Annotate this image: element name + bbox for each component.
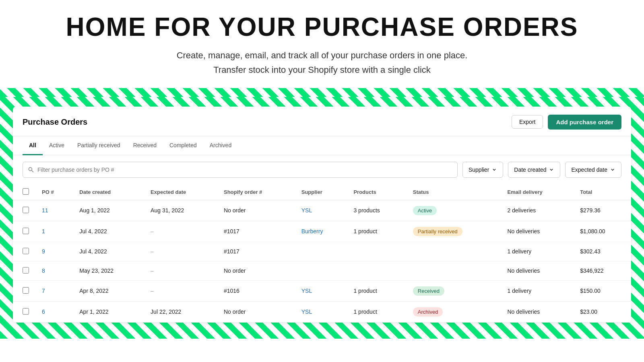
- status-cell: Active: [407, 200, 501, 221]
- col-products: Products: [347, 184, 406, 200]
- expected-date-filter-button[interactable]: Expected date: [565, 162, 621, 178]
- date-created-cell: May 23, 2022: [73, 261, 144, 280]
- tab-all[interactable]: All: [23, 136, 43, 155]
- po-number-link[interactable]: 7: [42, 288, 45, 294]
- chevron-down-icon: [610, 167, 615, 173]
- total-cell: $1,080.00: [574, 221, 631, 242]
- email-delivery-cell: No deliveries: [501, 261, 574, 280]
- status-badge: Partially received: [413, 227, 462, 236]
- filters-row: Supplier Date created Expected date: [13, 155, 631, 184]
- table-row: 7 Apr 8, 2022 – #1016 YSL 1 product Rece…: [13, 280, 631, 301]
- supplier-link[interactable]: YSL: [301, 288, 312, 294]
- expected-date-cell: –: [144, 221, 217, 242]
- chevron-down-icon: [549, 167, 554, 173]
- tab-received[interactable]: Received: [127, 136, 163, 155]
- table-wrapper: PO # Date created Expected date Shopify …: [13, 184, 631, 323]
- products-cell: 1 product: [347, 301, 406, 322]
- tab-archived[interactable]: Archived: [203, 136, 238, 155]
- card-header: Purchase Orders Export Add purchase orde…: [13, 107, 631, 136]
- status-cell: [407, 242, 501, 261]
- status-badge: Archived: [413, 307, 443, 317]
- col-expected-date: Expected date: [144, 184, 217, 200]
- status-cell: Archived: [407, 301, 501, 322]
- shopify-order-cell: No order: [217, 301, 295, 322]
- col-email-delivery: Email delivery: [501, 184, 574, 200]
- chevron-down-icon: [491, 167, 497, 173]
- hero-title: HOME FOR YOUR PURCHASE ORDERS: [8, 13, 636, 41]
- header-actions: Export Add purchase order: [512, 115, 621, 130]
- shopify-order-cell: #1017: [217, 242, 295, 261]
- status-cell: [407, 261, 501, 280]
- tab-active[interactable]: Active: [43, 136, 71, 155]
- hero-subtitle: Create, manage, email, and track all of …: [8, 48, 636, 76]
- po-number-link[interactable]: 11: [42, 207, 48, 214]
- products-cell: [347, 261, 406, 280]
- total-cell: $279.36: [574, 200, 631, 221]
- supplier-cell: [295, 242, 347, 261]
- tab-completed[interactable]: Completed: [163, 136, 203, 155]
- supplier-cell: [295, 261, 347, 280]
- total-cell: $23.00: [574, 301, 631, 322]
- supplier-link[interactable]: YSL: [301, 207, 312, 214]
- po-number-link[interactable]: 8: [42, 267, 45, 274]
- table-row: 9 Jul 4, 2022 – #1017 1 delivery $302.43: [13, 242, 631, 261]
- supplier-filter-button[interactable]: Supplier: [462, 162, 503, 178]
- po-number-link[interactable]: 9: [42, 248, 45, 255]
- hero-subtitle-line1: Create, manage, email, and track all of …: [177, 50, 468, 60]
- select-all-checkbox[interactable]: [23, 188, 29, 195]
- date-created-cell: Jul 4, 2022: [73, 221, 144, 242]
- expected-date-cell: Aug 31, 2022: [144, 200, 217, 221]
- products-cell: [347, 242, 406, 261]
- email-delivery-cell: 1 delivery: [501, 280, 574, 301]
- email-delivery-cell: 2 deliveries: [501, 200, 574, 221]
- table-header-row: PO # Date created Expected date Shopify …: [13, 184, 631, 200]
- search-input[interactable]: [37, 167, 452, 173]
- stripe-divider: [0, 88, 644, 97]
- supplier-link[interactable]: Burberry: [301, 228, 323, 234]
- row-checkbox[interactable]: [23, 308, 29, 315]
- po-number-link[interactable]: 6: [42, 309, 45, 315]
- search-wrapper: [23, 162, 458, 178]
- col-total: Total: [574, 184, 631, 200]
- status-cell: Received: [407, 280, 501, 301]
- tabs-bar: All Active Partially received Received C…: [13, 136, 631, 155]
- page-title: Purchase Orders: [23, 117, 87, 127]
- row-checkbox[interactable]: [23, 228, 29, 234]
- po-number-link[interactable]: 1: [42, 228, 45, 234]
- col-po-number: PO #: [35, 184, 73, 200]
- row-checkbox[interactable]: [23, 287, 29, 294]
- date-created-cell: Apr 1, 2022: [73, 301, 144, 322]
- col-status: Status: [407, 184, 501, 200]
- add-purchase-order-button[interactable]: Add purchase order: [548, 115, 621, 130]
- shopify-order-cell: #1017: [217, 221, 295, 242]
- row-checkbox[interactable]: [23, 267, 29, 274]
- total-cell: $346,922: [574, 261, 631, 280]
- shopify-order-cell: No order: [217, 261, 295, 280]
- hero-subtitle-line2: Transfer stock into your Shopify store w…: [213, 65, 431, 75]
- search-icon: [28, 167, 34, 173]
- row-checkbox[interactable]: [23, 248, 29, 254]
- col-supplier: Supplier: [295, 184, 347, 200]
- date-created-filter-button[interactable]: Date created: [508, 162, 560, 178]
- date-created-cell: Jul 4, 2022: [73, 242, 144, 261]
- shopify-order-cell: #1016: [217, 280, 295, 301]
- table-row: 11 Aug 1, 2022 Aug 31, 2022 No order YSL…: [13, 200, 631, 221]
- status-cell: Partially received: [407, 221, 501, 242]
- total-cell: $150.00: [574, 280, 631, 301]
- date-created-cell: Apr 8, 2022: [73, 280, 144, 301]
- purchase-orders-table: PO # Date created Expected date Shopify …: [13, 184, 631, 323]
- status-badge: Active: [413, 206, 437, 215]
- tab-partially-received[interactable]: Partially received: [71, 136, 127, 155]
- date-created-cell: Aug 1, 2022: [73, 200, 144, 221]
- products-cell: 1 product: [347, 221, 406, 242]
- expected-date-cell: –: [144, 280, 217, 301]
- expected-date-cell: –: [144, 261, 217, 280]
- purchase-orders-card: Purchase Orders Export Add purchase orde…: [13, 107, 631, 323]
- products-cell: 1 product: [347, 280, 406, 301]
- row-checkbox[interactable]: [23, 207, 29, 213]
- products-cell: 3 products: [347, 200, 406, 221]
- table-row: 8 May 23, 2022 – No order No deliveries …: [13, 261, 631, 280]
- export-button[interactable]: Export: [512, 115, 543, 129]
- supplier-link[interactable]: YSL: [301, 309, 312, 315]
- email-delivery-cell: 1 delivery: [501, 242, 574, 261]
